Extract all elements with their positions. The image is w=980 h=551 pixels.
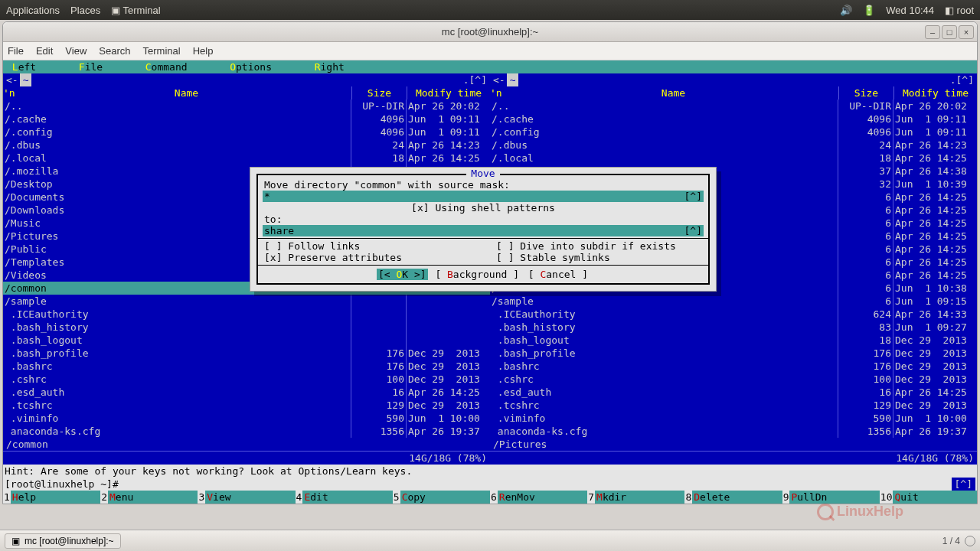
file-row[interactable]: /.cache4096Jun 1 09:11: [490, 112, 977, 126]
file-row[interactable]: .viminfo590Jun 1 10:00: [490, 412, 977, 425]
shell-prompt[interactable]: [root@linuxhelp ~]# [^]: [3, 478, 977, 491]
watermark: LinuxHelp: [817, 504, 903, 520]
file-row[interactable]: .esd_auth16Apr 26 14:25: [3, 386, 490, 399]
mc-menu-item[interactable]: Left: [6, 60, 42, 73]
task-button[interactable]: ▣ mc [root@linuxhelp]:~: [5, 533, 121, 549]
file-row[interactable]: .bash_profile176Dec 29 2013: [490, 347, 977, 360]
left-panel-status: /common: [3, 438, 490, 451]
follow-links-checkbox[interactable]: [ ] Follow links: [263, 240, 472, 252]
menu-applications[interactable]: Applications: [6, 5, 60, 16]
volume-icon[interactable]: 🔊: [840, 5, 852, 16]
file-row[interactable]: /.local18Apr 26 14:25: [490, 152, 977, 165]
file-row[interactable]: .bash_history83Jun 1 09:27: [490, 321, 977, 334]
clock[interactable]: Wed 10:44: [886, 5, 934, 16]
cancel-button[interactable]: [ Cancel ]: [527, 269, 590, 280]
fkey-7[interactable]: 7Mkdir: [587, 491, 684, 504]
menu-terminal-launcher[interactable]: ▣ Terminal: [111, 5, 161, 16]
col-name-header[interactable]: Name: [508, 86, 839, 99]
panel-arrow-left[interactable]: <-: [6, 73, 18, 86]
file-row[interactable]: /.cache4096Jun 1 09:11: [3, 112, 490, 126]
file-row[interactable]: .cshrc100Dec 29 2013: [3, 373, 490, 386]
file-row[interactable]: .tcshrc129Dec 29 2013: [490, 399, 977, 412]
file-row[interactable]: .bash_logout18Dec 29 2013: [490, 334, 977, 347]
menu-terminal[interactable]: Terminal: [143, 45, 181, 57]
panel-updown-icon[interactable]: .[^]: [950, 73, 974, 86]
file-row[interactable]: .ICEauthority624Apr 26 14:33: [490, 308, 977, 321]
file-row[interactable]: /..UP--DIRApr 26 20:02: [3, 99, 490, 112]
right-disk-usage: 14G/18G (78%): [896, 452, 974, 465]
fkey-10[interactable]: 10Quit: [880, 491, 977, 504]
file-row[interactable]: .viminfo590Jun 1 10:00: [3, 412, 490, 425]
col-size-header[interactable]: Size: [839, 86, 894, 99]
file-row[interactable]: /sample6Jun 1 09:15: [490, 295, 977, 308]
pager-dot[interactable]: [965, 536, 975, 546]
fkey-8[interactable]: 8Delete: [684, 491, 782, 504]
fkey-6[interactable]: 6RenMov: [490, 491, 587, 504]
fkey-bar: 1Help2Menu3View4Edit5Copy6RenMov7Mkdir8D…: [3, 491, 977, 504]
mc-menu-item[interactable]: File: [73, 60, 109, 73]
panel-updown-icon[interactable]: .[^]: [463, 73, 487, 86]
menu-file[interactable]: File: [8, 45, 24, 57]
file-row[interactable]: .tcshrc129Dec 29 2013: [3, 399, 490, 412]
col-sort-indicator[interactable]: 'n: [490, 86, 508, 99]
shell-patterns-checkbox[interactable]: [x] Using shell patterns: [263, 202, 704, 214]
file-row[interactable]: .bash_history: [3, 321, 490, 334]
left-panel-path[interactable]: ~: [20, 73, 32, 86]
battery-icon[interactable]: 🔋: [863, 5, 875, 16]
file-row[interactable]: /.local18Apr 26 14:25: [3, 152, 490, 165]
file-row[interactable]: anaconda-ks.cfg1356Apr 26 19:37: [490, 425, 977, 438]
close-button[interactable]: ×: [959, 25, 974, 39]
file-row[interactable]: /.config4096Jun 1 09:11: [490, 126, 977, 139]
subshell-indicator: [^]: [952, 478, 975, 491]
file-row[interactable]: /.dbus24Apr 26 14:23: [490, 139, 977, 152]
minimize-button[interactable]: –: [925, 25, 940, 39]
menu-help[interactable]: Help: [193, 45, 214, 57]
destination-input[interactable]: share[^]: [263, 225, 704, 236]
fkey-5[interactable]: 5Copy: [393, 491, 490, 504]
file-row[interactable]: /.dbus24Apr 26 14:23: [3, 139, 490, 152]
file-row[interactable]: .ICEauthority: [3, 308, 490, 321]
col-size-header[interactable]: Size: [352, 86, 407, 99]
file-row[interactable]: /.config4096Jun 1 09:11: [3, 126, 490, 139]
history-icon[interactable]: [^]: [684, 191, 702, 202]
col-time-header[interactable]: Modify time: [894, 86, 977, 99]
maximize-button[interactable]: □: [942, 25, 957, 39]
fkey-9[interactable]: 9PullDn: [782, 491, 880, 504]
preserve-attributes-checkbox[interactable]: [x] Preserve attributes: [263, 252, 472, 263]
mc-menu-item[interactable]: Command: [139, 60, 193, 73]
mc-menu-item[interactable]: Right: [309, 60, 351, 73]
menu-edit[interactable]: Edit: [36, 45, 53, 57]
panel-arrow-left[interactable]: <-: [493, 73, 505, 86]
mc-menubar[interactable]: Left File Command Options Right: [3, 60, 977, 73]
file-row[interactable]: .bashrc176Dec 29 2013: [3, 360, 490, 373]
menu-places[interactable]: Places: [70, 5, 100, 16]
window-titlebar[interactable]: mc [root@linuxhelp]:~ – □ ×: [3, 22, 977, 42]
menu-search[interactable]: Search: [99, 45, 130, 57]
workspace-pager[interactable]: 1 / 4: [942, 536, 960, 546]
file-row[interactable]: anaconda-ks.cfg1356Apr 26 19:37: [3, 425, 490, 438]
fkey-4[interactable]: 4Edit: [296, 491, 393, 504]
background-button[interactable]: [ Background ]: [433, 269, 521, 280]
history-icon[interactable]: [^]: [684, 225, 702, 236]
col-time-header[interactable]: Modify time: [407, 86, 490, 99]
right-panel-path[interactable]: ~: [507, 73, 519, 86]
fkey-1[interactable]: 1Help: [3, 491, 100, 504]
fkey-2[interactable]: 2Menu: [100, 491, 198, 504]
source-mask-input[interactable]: *[^]: [263, 191, 704, 202]
mc-menu-item[interactable]: Options: [224, 60, 277, 73]
ok-button[interactable]: [< OK >]: [377, 269, 428, 280]
fkey-3[interactable]: 3View: [198, 491, 295, 504]
file-row[interactable]: .bash_profile176Dec 29 2013: [3, 347, 490, 360]
file-row[interactable]: .bash_logout: [3, 334, 490, 347]
file-row[interactable]: .cshrc100Dec 29 2013: [490, 373, 977, 386]
col-sort-indicator[interactable]: 'n: [3, 86, 21, 99]
file-row[interactable]: .esd_auth16Apr 26 14:25: [490, 386, 977, 399]
menu-view[interactable]: View: [65, 45, 87, 57]
file-row[interactable]: /..UP--DIRApr 26 20:02: [490, 99, 977, 112]
col-name-header[interactable]: Name: [21, 86, 352, 99]
file-row[interactable]: /sample: [3, 295, 490, 308]
user-menu[interactable]: ◧ root: [945, 5, 974, 16]
file-row[interactable]: .bashrc176Dec 29 2013: [490, 360, 977, 373]
dive-subdir-checkbox[interactable]: [ ] Dive into subdir if exists: [495, 240, 704, 252]
stable-symlinks-checkbox[interactable]: [ ] Stable symlinks: [495, 252, 704, 263]
